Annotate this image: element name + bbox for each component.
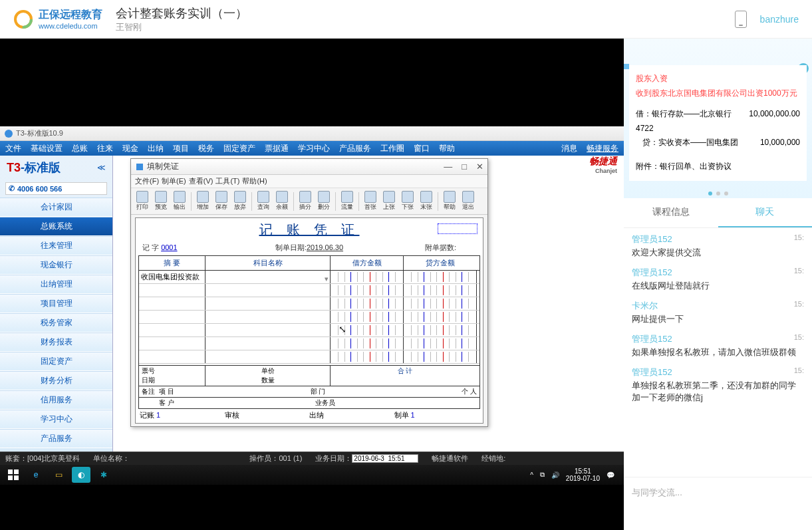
app-task-icon[interactable]: ◐ (72, 467, 90, 483)
word-label: 记 字 (142, 243, 159, 251)
entry1-label: 借：银行存款——北京银行4722 (636, 107, 749, 136)
tb-last[interactable]: 末张 (418, 191, 435, 211)
bizdate-input[interactable] (352, 454, 418, 463)
status-bar: 账套：[004]北京美登科 单位名称： 操作员：001 (1) 业务日期： 畅捷… (0, 452, 624, 465)
tb-next[interactable]: 下张 (399, 191, 416, 211)
tb-insrow[interactable]: 插分 (297, 191, 314, 211)
sidebar-item[interactable]: 往来管理 (0, 236, 112, 255)
sidebar-item[interactable]: 信用服务 (0, 390, 112, 410)
menu-item[interactable]: 项目 (173, 143, 189, 154)
tray-notif-icon[interactable]: 💬 (607, 471, 614, 479)
chat-input[interactable]: 与同学交流... (624, 477, 812, 530)
svg-rect-7 (14, 475, 19, 480)
sidebar-item[interactable]: 财务分析 (0, 371, 112, 390)
user-name[interactable]: banzhure (760, 14, 799, 25)
sidebar-nav: 会计家园 总账系统 往来管理 现金银行 出纳管理 项目管理 税务管家 财务报表 … (0, 198, 112, 448)
tray-vol-icon[interactable]: 🔊 (551, 471, 559, 479)
sidebar-item[interactable]: 项目管理 (0, 294, 112, 313)
tray-up-icon[interactable]: ^ (530, 471, 533, 479)
word-no[interactable]: 0001 (161, 243, 177, 251)
tb-help[interactable]: 帮助 (441, 191, 458, 211)
tb-delrow[interactable]: 删分 (315, 191, 333, 211)
menu-item[interactable]: 学习中心 (298, 143, 330, 154)
menu-item[interactable]: 往来 (97, 143, 113, 154)
maximize-icon[interactable]: □ (462, 162, 467, 172)
menu-item[interactable]: 文件 (5, 143, 21, 154)
video-area: T3-标准版10.9 文件 基础设置 总账 往来 现金 出纳 项目 税务 固定资… (0, 39, 624, 530)
chat-list[interactable]: 管理员15215:欢迎大家提供交流 管理员15215:在线版网址登陆就行 卡米尔… (624, 228, 812, 477)
dlg-menu-item[interactable]: 制单(E) (162, 176, 186, 186)
dlg-menu-item[interactable]: 文件(F) (135, 176, 159, 186)
menu-item[interactable]: 总账 (72, 143, 88, 154)
menu-item[interactable]: 出纳 (148, 143, 164, 154)
chat-user: 管理员152 (632, 366, 672, 378)
tb-cancel[interactable]: 放弃 (231, 191, 249, 211)
dropdown-icon[interactable]: ▾ (325, 275, 329, 283)
content-area: 畅捷通 Chanjet 填制凭证 — □ ✕ (113, 156, 624, 452)
course-author: 王智刚 (116, 21, 247, 33)
logo[interactable]: 正保远程教育 www.cdeledu.com (13, 8, 102, 30)
dialog-titlebar[interactable]: 填制凭证 — □ ✕ (131, 159, 487, 175)
menu-item[interactable]: 现金 (122, 143, 138, 154)
tb-exit[interactable]: 退出 (460, 191, 477, 211)
tb-balance[interactable]: 余额 (273, 191, 291, 211)
menu-item[interactable]: 工作圈 (380, 143, 404, 154)
chat-msg: 在线版网址登陆就行 (632, 280, 804, 292)
sidebar-item[interactable]: 固定资产 (0, 352, 112, 371)
app-task-icon2[interactable]: ✱ (94, 467, 113, 483)
menu-item[interactable]: 基础设置 (31, 143, 63, 154)
menu-item[interactable]: 固定资产 (223, 143, 255, 154)
svg-rect-3 (136, 164, 143, 170)
dlg-menu-item[interactable]: 查看(V) (189, 176, 213, 186)
row-credit[interactable] (404, 271, 477, 283)
sidebar-item[interactable]: 总账系统 (0, 217, 112, 236)
voucher-rows[interactable]: 收国电集团投资款 ▾ (139, 271, 479, 365)
sidebar-item[interactable]: 出纳管理 (0, 275, 112, 294)
minimize-icon[interactable]: — (444, 162, 452, 172)
sidebar-item[interactable]: 现金银行 (0, 255, 112, 275)
logo-url: www.cdeledu.com (39, 22, 102, 30)
menu-item[interactable]: 税务 (198, 143, 214, 154)
tab-chat[interactable]: 聊天 (718, 198, 813, 227)
sidebar-item[interactable]: 财务报表 (0, 332, 112, 352)
tray-net-icon[interactable]: ⧉ (540, 471, 545, 479)
menu-item[interactable]: 帮助 (439, 143, 455, 154)
menu-item[interactable]: 窗口 (414, 143, 430, 154)
folder-icon[interactable]: ▭ (49, 467, 68, 483)
dlg-menu-item[interactable]: 帮助(H) (242, 176, 267, 186)
row-subject[interactable]: ▾ (205, 271, 331, 283)
row-debit[interactable] (331, 271, 404, 283)
tab-info[interactable]: 课程信息 (624, 198, 718, 227)
tb-prev[interactable]: 上张 (380, 191, 398, 211)
sidebar-item[interactable]: 产品服务 (0, 429, 112, 448)
row-summary[interactable]: 收国电集团投资款 (139, 271, 205, 283)
tb-flow[interactable]: 流量 (338, 191, 356, 211)
clock[interactable]: 15:51 2019-07-10 (566, 467, 600, 482)
collapse-icon[interactable]: ≪ (97, 163, 106, 172)
tb-preview[interactable]: 预览 (152, 191, 170, 211)
menu-item-right[interactable]: 消息 (561, 143, 577, 154)
close-icon[interactable]: ✕ (476, 162, 483, 172)
tb-add[interactable]: 增加 (194, 191, 211, 211)
tb-print[interactable]: 打印 (134, 191, 151, 211)
edge-icon[interactable]: e (27, 467, 45, 483)
tb-first[interactable]: 首张 (362, 191, 379, 211)
sidebar-item[interactable]: 学习中心 (0, 410, 112, 429)
start-icon[interactable] (4, 467, 23, 483)
chat-user: 卡米尔 (632, 300, 658, 312)
mobile-icon[interactable] (735, 11, 747, 28)
date-value[interactable]: 2019.06.30 (307, 243, 343, 251)
dlg-menu-item[interactable]: 工具(T) (215, 176, 239, 186)
date-label: 制单日期: (275, 243, 307, 251)
slide-dots[interactable] (708, 192, 728, 196)
menu-item[interactable]: 票据通 (265, 143, 289, 154)
sidebar-item[interactable]: 会计家园 (0, 198, 112, 217)
side-tabs: 课程信息 聊天 (624, 198, 812, 228)
svg-rect-5 (14, 469, 19, 474)
menu-item[interactable]: 产品服务 (339, 143, 371, 154)
menu-item-right[interactable]: 畅捷服务 (587, 143, 618, 154)
tb-query[interactable]: 查询 (255, 191, 272, 211)
tb-save[interactable]: 保存 (213, 191, 230, 211)
tb-export[interactable]: 输出 (171, 191, 188, 211)
sidebar-item[interactable]: 税务管家 (0, 313, 112, 332)
